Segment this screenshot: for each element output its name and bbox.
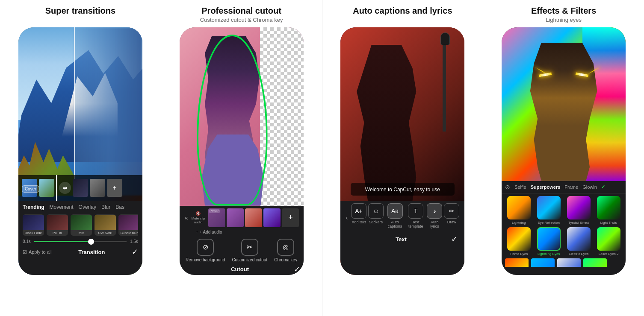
text-confirm[interactable]: ✓	[451, 234, 458, 244]
nav-arrow-3[interactable]: ‹	[346, 214, 348, 221]
clip-thumbnails: Cover +	[208, 208, 299, 227]
timeline-thumb-3[interactable]	[73, 179, 88, 197]
effect-flame-eyes[interactable]: Flame Eyes	[505, 227, 532, 256]
cutout-tools-row: ⊘ Remove background ✂ Customized cutout …	[183, 237, 300, 262]
phone1-bg: Cover ⇌ + Trending Movement Overlay Bl	[18, 27, 142, 275]
effect-lightning[interactable]: Lightning	[505, 196, 532, 225]
add-audio-btn[interactable]: + + Add audio	[183, 230, 300, 234]
tab-blur[interactable]: Blur	[101, 204, 110, 210]
tool-auto-lyrics[interactable]: ♪ Auto lyrics	[427, 203, 442, 228]
apply-label: Apply to all	[29, 249, 52, 255]
cutout-confirm[interactable]: ✓	[294, 265, 300, 274]
phone4-mockup: ⊘ Selfie Superpowers Frame Glowin ✓ Ligh…	[502, 27, 626, 275]
tool-chroma-key[interactable]: ◎ Chroma key	[274, 239, 297, 262]
effect-img-reflection	[537, 196, 561, 219]
apply-all-btn[interactable]: ☑ Apply to all	[23, 249, 52, 255]
tool-auto-captions[interactable]: Aa Auto captions	[385, 203, 405, 228]
partial-effect-3	[557, 258, 581, 267]
remove-bg-icon: ⊘	[197, 239, 214, 256]
partial-effect-4	[583, 258, 607, 267]
clip-thumb-2[interactable]	[245, 208, 262, 227]
effect-cw-swirl[interactable]: CW Swirl	[95, 214, 116, 236]
bottom-controls-3: ‹ A+ Add text ☺ Stickers Aa	[340, 201, 464, 275]
tool-remove-bg[interactable]: ⊘ Remove background	[186, 239, 225, 262]
slider-max: 1.5s	[130, 239, 138, 244]
clip-thumb-3[interactable]	[263, 208, 281, 227]
effect-light-trails[interactable]: Light Trails	[595, 196, 622, 225]
apply-row: ☑ Apply to all Transition ✓	[23, 247, 138, 257]
tab-frame[interactable]: Frame	[564, 184, 578, 190]
add-clip-btn[interactable]: +	[107, 179, 122, 197]
effect-name-lightning-eyes: Lightning Eyes	[538, 252, 560, 256]
back-arrows-icon[interactable]: «	[185, 214, 188, 221]
effect-thumb-inner-3	[71, 215, 92, 230]
tool-stickers[interactable]: ☺ Stickers	[368, 203, 384, 228]
chroma-key-label: Chroma key	[274, 257, 297, 262]
timeline-thumb-2[interactable]	[39, 179, 54, 197]
slider-track[interactable]	[34, 241, 127, 242]
effect-eye-reflection[interactable]: Eye Reflection	[535, 196, 562, 225]
effect-electric-eyes[interactable]: Electric Eyes	[565, 227, 592, 256]
draw-label: Draw	[447, 220, 456, 224]
effect-img-electric	[567, 227, 591, 251]
studio-scene	[340, 27, 464, 201]
tab-selfie[interactable]: Selfie	[514, 184, 526, 190]
tool-add-text[interactable]: A+ Add text	[351, 203, 366, 228]
effect-black-fade[interactable]: Black Fade	[23, 214, 44, 236]
mute-label: Mute clip audio	[190, 217, 206, 224]
phone4-bg: ⊘ Selfie Superpowers Frame Glowin ✓ Ligh…	[502, 27, 626, 275]
check-tab[interactable]: ✓	[601, 184, 605, 190]
effect-lightning-eyes[interactable]: Lightning Eyes	[535, 227, 562, 256]
draw-icon: ✏	[444, 203, 459, 219]
clip-thumb-1[interactable]	[227, 208, 244, 227]
effect-name-lightning: Lightning	[512, 221, 526, 225]
tab-movement[interactable]: Movement	[50, 204, 74, 210]
cutout-image	[180, 27, 304, 206]
clip-cover-badge: Cover	[209, 209, 220, 213]
text-template-icon: T	[408, 203, 423, 219]
tool-text-template[interactable]: T Text template	[406, 203, 425, 228]
timeline-playhead	[56, 175, 57, 201]
phone3-bg: Welcome to CapCut, easy to use art creat…	[340, 27, 464, 275]
effect-laser-eyes[interactable]: Laser Eyes 2	[595, 227, 622, 256]
tab-overlay[interactable]: Overlay	[79, 204, 96, 210]
timeline-thumb-4[interactable]	[90, 179, 105, 197]
clip-thumb-cover[interactable]: Cover	[208, 208, 225, 227]
panel4-subtitle: Lightning eyes	[546, 17, 582, 23]
transition-icon[interactable]: ⇌	[59, 182, 71, 194]
tab-glowing[interactable]: Glowin	[582, 184, 597, 190]
slider-row: 0.1s 1.5s	[23, 239, 138, 244]
apply-icon: ☑	[23, 249, 27, 255]
effect-bubble-blur[interactable]: Bubble blur	[118, 214, 138, 236]
auto-lyrics-icon: ♪	[427, 203, 442, 219]
effect-tyndall[interactable]: Tyndall Effect	[565, 196, 592, 225]
tab-trending[interactable]: Trending	[23, 204, 44, 210]
cutout-spacer: x	[183, 266, 186, 273]
panel3-subtitle	[402, 17, 404, 23]
tools-grid-3: A+ Add text ☺ Stickers Aa Auto captions	[351, 203, 459, 228]
effect-img-trails	[597, 196, 620, 219]
text-bottom-bar: x Text ✓	[344, 234, 461, 244]
effect-pull-in[interactable]: Pull in	[47, 214, 68, 236]
effect-mix[interactable]: Mix	[71, 214, 92, 236]
bottom-controls-1: Trending Movement Overlay Blur Bas Black…	[18, 201, 142, 275]
add-clip-btn-2[interactable]: +	[282, 208, 299, 227]
slider-thumb[interactable]	[88, 239, 94, 245]
tool-custom-cutout[interactable]: ✂ Customized cutout	[232, 239, 267, 262]
mute-btn[interactable]: 🔇 Mute clip audio	[190, 211, 206, 224]
confirm-checkmark[interactable]: ✓	[132, 247, 138, 257]
effect-label-5: Bubble blur	[121, 231, 138, 235]
text-template-label: Text template	[406, 220, 425, 228]
cutout-label: Cutout	[231, 266, 249, 272]
remove-bg-label: Remove background	[186, 257, 225, 262]
panel-effects-filters: Effects & Filters Lightning eyes ⊘	[483, 0, 644, 316]
cover-badge: Cover	[22, 185, 39, 193]
transition-label: Transition	[78, 249, 105, 255]
add-audio-icon: +	[196, 230, 198, 234]
auto-lyrics-label: Auto lyrics	[427, 220, 442, 228]
tab-superpowers[interactable]: Superpowers	[531, 184, 561, 190]
tab-bas[interactable]: Bas	[115, 204, 124, 210]
mountain-scene	[18, 27, 142, 196]
panel2-subtitle: Customized cutout & Chroma key	[200, 17, 283, 23]
tool-draw[interactable]: ✏ Draw	[444, 203, 459, 228]
